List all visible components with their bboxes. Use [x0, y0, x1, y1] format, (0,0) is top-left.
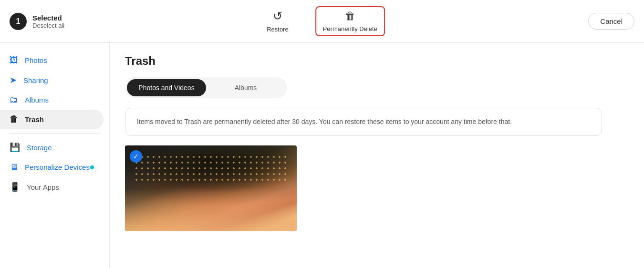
- sidebar-label-trash: Trash: [25, 115, 44, 124]
- tab-albums[interactable]: Albums: [206, 79, 285, 96]
- main-content: Trash Photos and Videos Albums Items mov…: [110, 43, 644, 268]
- info-banner-text: Items moved to Trash are permanently del…: [137, 118, 512, 125]
- restore-icon: ↺: [273, 10, 282, 23]
- permanently-delete-label: Permanently Delete: [323, 25, 377, 32]
- sidebar-item-sharing[interactable]: ➤ Sharing: [0, 70, 104, 90]
- albums-icon: 🗂: [10, 95, 18, 105]
- sidebar-item-personalize[interactable]: 🖥 Personalize Devices: [0, 157, 104, 177]
- sidebar-item-trash[interactable]: 🗑 Trash: [0, 110, 104, 129]
- toolbar-right: Cancel: [588, 13, 634, 30]
- sidebar-item-photos[interactable]: 🖼 Photos: [0, 51, 104, 70]
- sidebar-label-personalize: Personalize Devices: [25, 163, 90, 171]
- photos-icon: 🖼: [10, 55, 18, 65]
- toolbar-left: 1 Selected Deselect all: [10, 13, 64, 30]
- dot-notification-badge: [90, 165, 94, 169]
- storage-icon: 💾: [10, 142, 20, 153]
- photo-item[interactable]: ✓: [125, 145, 297, 231]
- sidebar-item-albums[interactable]: 🗂 Albums: [0, 90, 104, 110]
- toolbar: 1 Selected Deselect all ↺ Restore 🗑 Perm…: [0, 0, 644, 43]
- deselect-all-button[interactable]: Deselect all: [32, 22, 64, 29]
- sidebar-label-photos: Photos: [25, 56, 47, 64]
- trash-nav-icon: 🗑: [10, 114, 18, 124]
- tab-bar: Photos and Videos Albums: [125, 77, 287, 98]
- restore-label: Restore: [267, 26, 289, 33]
- sidebar-label-sharing: Sharing: [23, 76, 48, 84]
- your-apps-icon: 📱: [10, 182, 20, 192]
- check-icon: ✓: [133, 153, 139, 160]
- tab-photos-videos[interactable]: Photos and Videos: [127, 79, 206, 96]
- sidebar-label-albums: Albums: [25, 96, 49, 104]
- sidebar-item-your-apps[interactable]: 📱 Your Apps: [0, 177, 104, 197]
- main-layout: 🖼 Photos ➤ Sharing 🗂 Albums 🗑 Trash 💾 St…: [0, 43, 644, 268]
- delete-icon: 🗑: [345, 10, 355, 22]
- sidebar-label-storage: Storage: [27, 144, 52, 152]
- page-title: Trash: [125, 54, 629, 68]
- sidebar-label-your-apps: Your Apps: [27, 183, 59, 191]
- toolbar-center-actions: ↺ Restore 🗑 Permanently Delete: [259, 6, 385, 37]
- selection-check: ✓: [130, 150, 142, 163]
- photo-thumbnail: [125, 145, 297, 231]
- toolbar-selected-text: Selected Deselect all: [32, 14, 64, 29]
- sharing-icon: ➤: [10, 75, 17, 85]
- sidebar-item-storage[interactable]: 💾 Storage: [0, 137, 104, 157]
- personalize-icon: 🖥: [10, 162, 18, 172]
- selected-title: Selected: [32, 14, 64, 22]
- selected-count-badge: 1: [10, 13, 27, 30]
- sidebar-divider: [10, 133, 100, 134]
- permanently-delete-action[interactable]: 🗑 Permanently Delete: [315, 6, 385, 36]
- info-banner: Items moved to Trash are permanently del…: [125, 108, 602, 136]
- photo-grid: ✓: [125, 145, 629, 231]
- sidebar: 🖼 Photos ➤ Sharing 🗂 Albums 🗑 Trash 💾 St…: [0, 43, 110, 268]
- restore-action[interactable]: ↺ Restore: [259, 6, 296, 37]
- cancel-button[interactable]: Cancel: [588, 13, 634, 30]
